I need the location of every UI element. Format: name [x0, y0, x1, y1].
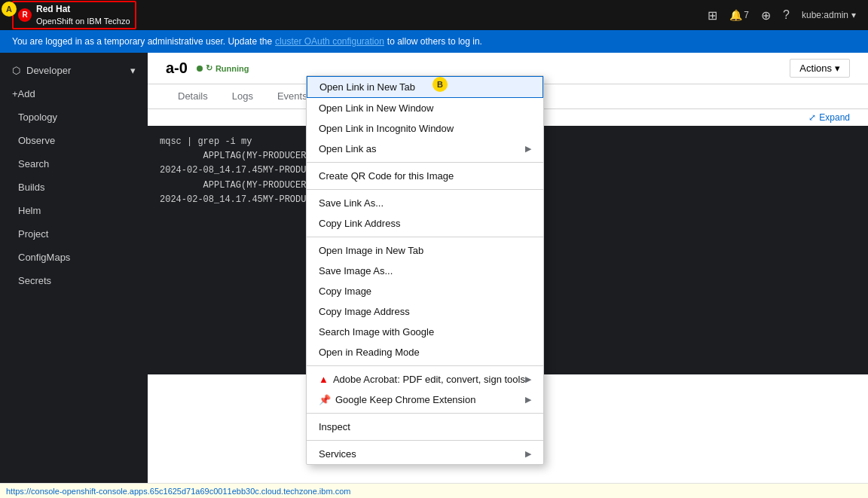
- tab-details[interactable]: Details: [166, 84, 220, 109]
- ctx-save-image-as[interactable]: Save Image As...: [307, 261, 543, 281]
- ctx-keep-ext[interactable]: 📌 Google Keep Chrome Extension ▶: [307, 390, 543, 410]
- ctx-save-link-as-label: Save Link As...: [319, 197, 384, 209]
- ctx-open-link-as-arrow: ▶: [525, 144, 531, 154]
- ctx-create-qr[interactable]: Create QR Code for this Image: [307, 166, 543, 186]
- sidebar-item-add[interactable]: +Add: [0, 82, 148, 105]
- ctx-open-link-new-tab-label: Open Link in New Tab: [319, 81, 415, 93]
- redhat-logo[interactable]: R Red Hat OpenShift on IBM Techzo: [12, 1, 136, 29]
- ctx-separator-3: [307, 237, 543, 237]
- ctx-search-image-google-label: Search Image with Google: [319, 326, 434, 338]
- ctx-copy-image-label: Copy Image: [319, 286, 371, 297]
- tab-logs[interactable]: Logs: [220, 84, 265, 109]
- annotation-badge-b: B: [432, 77, 448, 92]
- sidebar-item-configmaps[interactable]: ConfigMaps: [0, 246, 148, 269]
- ctx-separator-5: [307, 413, 543, 414]
- ctx-copy-image[interactable]: Copy Image: [307, 281, 543, 301]
- sidebar-item-project[interactable]: Project: [0, 222, 148, 246]
- ctx-acrobat-label: Adobe Acrobat: PDF edit, convert, sign t…: [333, 374, 525, 385]
- ctx-save-image-as-label: Save Image As...: [319, 265, 393, 276]
- ctx-open-image-new-tab-label: Open Image in New Tab: [319, 245, 423, 256]
- ctx-acrobat-arrow: ▶: [525, 374, 531, 384]
- ctx-open-reading-mode[interactable]: Open in Reading Mode: [307, 342, 543, 362]
- sidebar-item-secrets[interactable]: Secrets: [0, 269, 148, 292]
- ctx-services[interactable]: Services ▶: [307, 444, 543, 464]
- status-url: https://console-openshift-console.apps.6…: [6, 487, 350, 496]
- warning-banner: You are logged in as a temporary adminis…: [0, 30, 868, 53]
- perspective-icon: ⬡: [12, 65, 20, 76]
- grid-icon[interactable]: ⊞: [708, 8, 717, 23]
- notification-bell[interactable]: 🔔 7: [729, 9, 749, 21]
- oauth-config-link[interactable]: cluster OAuth configuration: [275, 36, 384, 47]
- ctx-separator-2: [307, 189, 543, 190]
- ctx-inspect-label: Inspect: [319, 421, 350, 432]
- add-circle-icon[interactable]: ⊕: [761, 8, 771, 23]
- notification-count: 7: [744, 10, 749, 20]
- ctx-open-link-as-label: Open Link as: [319, 143, 377, 154]
- ctx-search-image-google[interactable]: Search Image with Google: [307, 322, 543, 342]
- ctx-keep-label: Google Keep Chrome Extension: [335, 394, 475, 405]
- user-menu[interactable]: kube:admin ▾: [802, 10, 856, 20]
- perspective-label: Developer: [26, 65, 71, 76]
- status-bar: https://console-openshift-console.apps.6…: [0, 483, 868, 498]
- perspective-switcher[interactable]: ⬡ Developer ▾: [0, 59, 148, 82]
- perspective-left: ⬡ Developer: [12, 65, 71, 76]
- main-content: a-0 ↻ Running Actions ▾ Details Logs Eve…: [148, 53, 868, 498]
- context-menu: Open Link in New Tab Open Link in New Wi…: [306, 75, 544, 465]
- expand-button[interactable]: ⤢ Expand: [808, 112, 850, 123]
- ctx-open-link-incognito-label: Open Link in Incognito Window: [319, 123, 454, 134]
- top-nav-right: ⊞ 🔔 7 ⊕ ? kube:admin ▾: [708, 8, 856, 23]
- app-layout: ⬡ Developer ▾ +Add Topology Observe Sear…: [0, 53, 868, 498]
- ctx-copy-image-address[interactable]: Copy Image Address: [307, 301, 543, 322]
- ctx-open-link-new-tab[interactable]: Open Link in New Tab: [307, 76, 543, 98]
- ctx-acrobat-ext[interactable]: ▲ Adobe Acrobat: PDF edit, convert, sign…: [307, 369, 543, 390]
- ctx-save-link-as[interactable]: Save Link As...: [307, 193, 543, 213]
- sidebar-item-builds[interactable]: Builds: [0, 176, 148, 199]
- ctx-acrobat-ext-inner: ▲ Adobe Acrobat: PDF edit, convert, sign…: [319, 374, 525, 385]
- redhat-logo-icon: R: [18, 8, 32, 22]
- ctx-open-link-new-window-label: Open Link in New Window: [319, 102, 433, 114]
- ctx-keep-ext-inner: 📌 Google Keep Chrome Extension: [319, 394, 475, 405]
- top-nav: R Red Hat OpenShift on IBM Techzo A ⊞ 🔔 …: [0, 0, 868, 30]
- ctx-copy-link-address[interactable]: Copy Link Address: [307, 213, 543, 234]
- sidebar-item-helm[interactable]: Helm: [0, 199, 148, 222]
- ctx-keep-arrow: ▶: [525, 395, 531, 405]
- warning-text-after: to allow others to log in.: [387, 36, 482, 47]
- ctx-create-qr-label: Create QR Code for this Image: [319, 170, 454, 182]
- ctx-open-link-as[interactable]: Open Link as ▶: [307, 139, 543, 159]
- ctx-services-arrow: ▶: [525, 449, 531, 459]
- keep-icon: 📌: [319, 394, 331, 405]
- ctx-open-link-incognito[interactable]: Open Link in Incognito Window: [307, 118, 543, 139]
- top-nav-left: R Red Hat OpenShift on IBM Techzo A: [12, 1, 136, 29]
- sidebar-item-observe[interactable]: Observe: [0, 129, 148, 152]
- status-badge: ↻ Running: [197, 63, 249, 73]
- status-dot: [197, 66, 203, 72]
- sidebar: ⬡ Developer ▾ +Add Topology Observe Sear…: [0, 53, 148, 498]
- ctx-inspect[interactable]: Inspect: [307, 417, 543, 437]
- user-dropdown-icon: ▾: [851, 10, 856, 20]
- username: kube:admin: [802, 10, 848, 20]
- ctx-open-reading-mode-label: Open in Reading Mode: [319, 347, 420, 358]
- ctx-services-label: Services: [319, 448, 356, 460]
- ctx-copy-image-address-label: Copy Image Address: [319, 306, 410, 317]
- ctx-open-image-new-tab[interactable]: Open Image in New Tab: [307, 240, 543, 261]
- expand-icon: ⤢: [808, 112, 816, 123]
- page-title: a-0 ↻ Running: [166, 60, 249, 77]
- actions-button[interactable]: Actions ▾: [790, 59, 850, 78]
- actions-chevron-icon: ▾: [835, 63, 840, 74]
- help-icon[interactable]: ?: [783, 8, 790, 22]
- acrobat-icon: ▲: [319, 374, 329, 385]
- status-text: ↻: [206, 63, 212, 73]
- perspective-chevron: ▾: [130, 65, 136, 76]
- warning-text: You are logged in as a temporary adminis…: [12, 36, 272, 47]
- redhat-logo-text: Red Hat OpenShift on IBM Techzo: [36, 4, 130, 26]
- expand-label: Expand: [819, 112, 850, 123]
- sidebar-item-search[interactable]: Search: [0, 152, 148, 176]
- ctx-separator-6: [307, 440, 543, 441]
- ctx-copy-link-address-label: Copy Link Address: [319, 218, 400, 229]
- ctx-separator-1: [307, 162, 543, 163]
- ctx-open-link-new-window[interactable]: Open Link in New Window: [307, 98, 543, 118]
- annotation-badge-a: A: [2, 2, 17, 17]
- ctx-separator-4: [307, 365, 543, 366]
- status-label: Running: [215, 64, 249, 73]
- sidebar-item-topology[interactable]: Topology: [0, 105, 148, 129]
